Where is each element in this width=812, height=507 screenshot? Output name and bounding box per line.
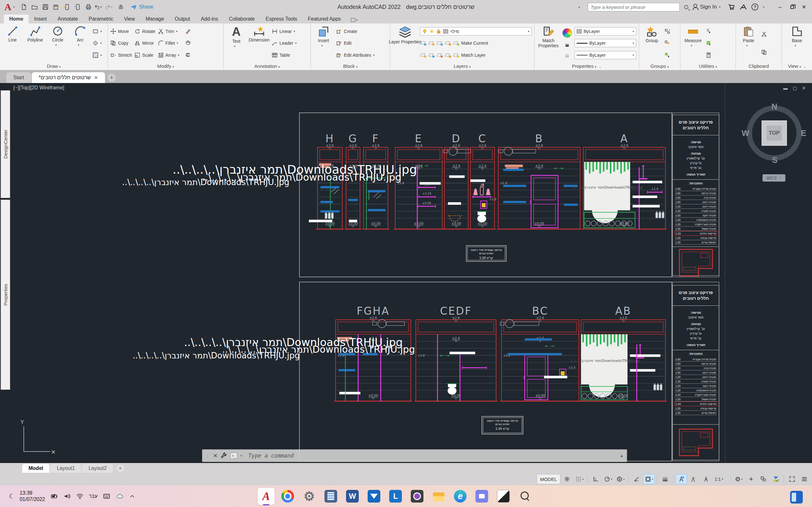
minimize-button[interactable]: – xyxy=(774,2,785,12)
new-layout-button[interactable]: + xyxy=(116,464,124,472)
taskbar-app-calculator[interactable] xyxy=(322,488,339,505)
open-file-button[interactable] xyxy=(30,2,39,12)
autocad-app-logo[interactable]: A xyxy=(4,2,11,12)
undo-button[interactable]: ▾ xyxy=(95,2,104,12)
viewcube[interactable]: N W E S TOP xyxy=(744,103,804,163)
make-current-button[interactable]: Make Current xyxy=(461,41,488,46)
array-button[interactable]: Array▾ xyxy=(158,51,183,59)
taskbar-app-outlook[interactable] xyxy=(365,488,383,505)
clipboard-panel-label[interactable]: Clipboard xyxy=(736,63,781,70)
line-button[interactable]: Line xyxy=(3,25,22,62)
explode-button[interactable] xyxy=(185,39,191,47)
search-collapse-icon[interactable]: ▸ xyxy=(578,5,580,9)
weather-icon[interactable] xyxy=(116,493,124,500)
quick-calc-button[interactable] xyxy=(706,51,711,59)
layer-properties-button[interactable]: Layer Properties xyxy=(393,25,417,62)
sign-in-button[interactable]: Sign In▾ xyxy=(693,4,723,10)
groups-panel-label[interactable]: Groups ▾ xyxy=(639,63,680,70)
snap-toggle[interactable]: ▾ xyxy=(574,474,585,484)
ribbon-tab-home[interactable]: Home xyxy=(4,14,29,23)
plot-button[interactable] xyxy=(84,2,93,12)
object-color-select[interactable]: ByLayer▾ xyxy=(574,27,636,36)
layout1-tab[interactable]: Layout1 xyxy=(50,464,81,473)
taskbar-app-start[interactable] xyxy=(538,488,555,505)
match-properties-button[interactable]: Match Properties xyxy=(537,25,560,62)
view-panel-label[interactable]: View ▾ ⌄ xyxy=(782,63,812,70)
taskbar-app-teams-chat[interactable] xyxy=(473,488,490,505)
mirror-button[interactable]: Mirror xyxy=(135,39,155,47)
quick-select-button[interactable] xyxy=(706,27,711,36)
taskbar-app-edge[interactable]: e xyxy=(452,488,469,505)
stretch-button[interactable]: Stretch xyxy=(110,51,132,59)
arc-button[interactable]: Arc▾ xyxy=(70,25,90,62)
layer-tool-6[interactable] xyxy=(428,53,435,58)
elevation-panel-D[interactable]: D±2.6±2.4±0.00 xyxy=(443,132,471,229)
graphics-performance-button[interactable] xyxy=(770,474,781,484)
layer-tool-5[interactable] xyxy=(420,53,426,58)
create-block-button[interactable]: Create xyxy=(336,27,378,36)
color-wheel-icon[interactable] xyxy=(562,28,572,38)
cart-icon[interactable] xyxy=(728,3,735,10)
viewcube-east[interactable]: E xyxy=(801,128,806,138)
erase-button[interactable] xyxy=(185,27,191,36)
command-tools-icon[interactable] xyxy=(221,452,227,459)
text-button[interactable]: AText▾ xyxy=(226,25,247,62)
fillet-button[interactable]: Fillet▾ xyxy=(158,39,183,47)
night-mode-icon[interactable]: ☾ xyxy=(9,493,14,500)
insert-button[interactable]: Insert▾ xyxy=(313,25,334,62)
edit-attributes-button[interactable]: Edit Attributes▾ xyxy=(336,51,378,59)
layer-tool-7[interactable] xyxy=(437,53,443,58)
layer-select[interactable]: מילוי ▾ xyxy=(420,27,531,36)
ribbon-tab-parametric[interactable]: Parametric xyxy=(84,14,119,23)
rectangle-button[interactable]: ▾ xyxy=(93,27,105,36)
wcs-dropdown[interactable]: WCS▼ xyxy=(763,174,785,181)
command-prompt-icon[interactable]: >_ xyxy=(230,452,237,459)
annotation-autoscale-toggle[interactable] xyxy=(688,474,699,484)
restore-button[interactable] xyxy=(786,2,798,12)
language-indicator[interactable]: עבר xyxy=(89,493,97,499)
app-menu-chevron-icon[interactable]: ▾ xyxy=(13,5,15,9)
grid-toggle[interactable] xyxy=(561,474,573,484)
measure-button[interactable]: Measure▾ xyxy=(683,25,703,62)
isolate-objects-button[interactable] xyxy=(758,474,769,484)
help-icon[interactable]: ? xyxy=(751,3,758,10)
hatch-button[interactable]: ▾ xyxy=(93,51,105,59)
elevation-panel-BC[interactable]: BC±2.6±2.4±0.00±1.8← →±1.0 xyxy=(500,305,580,401)
paste-button[interactable]: Paste▾ xyxy=(739,25,759,62)
volume-icon[interactable] xyxy=(63,493,71,500)
task-view-button[interactable] xyxy=(788,489,805,506)
base-button[interactable]: Base▾ xyxy=(787,25,807,62)
viewcube-top-face[interactable]: TOP xyxy=(762,120,787,146)
edit-block-button[interactable]: Edit xyxy=(336,39,378,47)
ribbon-tab-output[interactable]: Output xyxy=(169,14,195,23)
drawing-tab[interactable]: שרטוטים חללים רטובים*✕ xyxy=(32,72,105,83)
taskbar-app-l-app[interactable]: L xyxy=(387,488,404,505)
model-tab[interactable]: Model xyxy=(22,464,49,473)
command-history-icon[interactable]: ▲ xyxy=(620,453,623,458)
elevation-panel-CEDF[interactable]: CEDF±2.6±2.4±0.00±1.8← → xyxy=(415,305,497,401)
group-selection-button[interactable] xyxy=(664,51,670,59)
taskbar-app-autocad[interactable]: A xyxy=(258,488,275,505)
command-close-icon[interactable]: ✕ xyxy=(213,452,217,459)
block-panel-label[interactable]: Block ▾ xyxy=(311,63,390,70)
viewport-controls[interactable]: [−][Top][2D Wireframe] xyxy=(13,85,64,91)
elevation-panel-C[interactable]: C±2.6±2.4±0.00±1.0 xyxy=(469,132,496,229)
polar-tracking-toggle[interactable]: ▾ xyxy=(602,474,614,484)
centerline-button[interactable]: ▾ xyxy=(93,39,105,47)
table-button[interactable]: Table xyxy=(272,51,300,59)
model-space-toggle[interactable]: MODEL xyxy=(537,474,560,484)
scale-button[interactable]: Scale xyxy=(135,51,155,59)
match-layer-icon[interactable] xyxy=(453,53,459,58)
clean-screen-button[interactable] xyxy=(786,474,798,484)
group-edit-button[interactable] xyxy=(664,39,670,47)
qat-customize-button[interactable] xyxy=(116,2,125,12)
object-snap-tracking-toggle[interactable] xyxy=(631,474,642,484)
drawing-area[interactable]: H±2.6±2.4±0.00G±2.6±2.4±0.00F±2.6±2.4±0.… xyxy=(0,83,812,463)
elevation-panel-A[interactable]: A±2.6±2.4±0.00±1.8..\..\..\..\תמר איזנבר… xyxy=(572,132,667,229)
taskbar-app-theme-app[interactable] xyxy=(495,488,512,505)
ribbon-tab-express-tools[interactable]: Express Tools xyxy=(260,14,302,23)
customization-crosshair[interactable]: + xyxy=(745,474,757,484)
ribbon-tab-manage[interactable]: Manage xyxy=(140,14,169,23)
circle-button[interactable]: Circle▾ xyxy=(48,25,67,62)
utilities-panel-label[interactable]: Utilities ▾ xyxy=(680,63,735,70)
